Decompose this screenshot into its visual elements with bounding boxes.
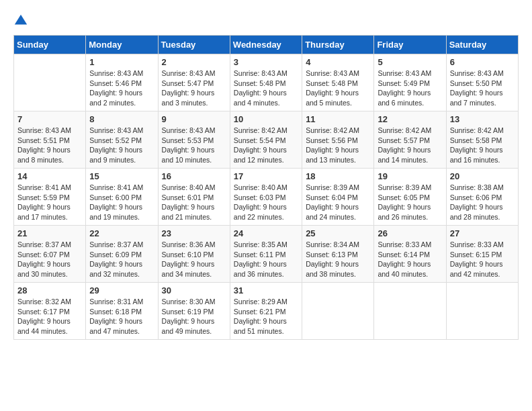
day-number: 24 bbox=[234, 228, 298, 238]
day-info: Sunrise: 8:42 AMSunset: 5:54 PMDaylight:… bbox=[234, 126, 298, 165]
day-number: 14 bbox=[17, 171, 82, 181]
day-info: Sunrise: 8:35 AMSunset: 6:11 PMDaylight:… bbox=[234, 240, 298, 279]
day-number: 22 bbox=[89, 228, 154, 238]
calendar-cell: 22Sunrise: 8:37 AMSunset: 6:09 PMDayligh… bbox=[86, 226, 158, 283]
calendar-cell: 13Sunrise: 8:42 AMSunset: 5:58 PMDayligh… bbox=[446, 111, 518, 169]
calendar-week-row: 14Sunrise: 8:41 AMSunset: 5:59 PMDayligh… bbox=[14, 169, 519, 226]
day-info: Sunrise: 8:43 AMSunset: 5:52 PMDaylight:… bbox=[89, 126, 154, 165]
day-info: Sunrise: 8:43 AMSunset: 5:48 PMDaylight:… bbox=[306, 68, 370, 108]
calendar-cell: 5Sunrise: 8:43 AMSunset: 5:49 PMDaylight… bbox=[374, 54, 446, 111]
day-number: 18 bbox=[306, 171, 370, 181]
day-number: 29 bbox=[89, 285, 154, 295]
calendar-cell: 9Sunrise: 8:43 AMSunset: 5:53 PMDaylight… bbox=[158, 111, 230, 169]
day-number: 15 bbox=[89, 171, 154, 181]
col-header-friday: Friday bbox=[374, 36, 446, 54]
day-number: 30 bbox=[162, 285, 226, 295]
day-info: Sunrise: 8:30 AMSunset: 6:19 PMDaylight:… bbox=[162, 297, 226, 336]
calendar-cell: 19Sunrise: 8:39 AMSunset: 6:05 PMDayligh… bbox=[374, 169, 446, 226]
day-info: Sunrise: 8:36 AMSunset: 6:10 PMDaylight:… bbox=[162, 240, 226, 279]
calendar-cell: 4Sunrise: 8:43 AMSunset: 5:48 PMDaylight… bbox=[302, 54, 374, 111]
day-info: Sunrise: 8:29 AMSunset: 6:21 PMDaylight:… bbox=[234, 297, 298, 336]
page-header bbox=[13, 13, 519, 28]
calendar-cell: 29Sunrise: 8:31 AMSunset: 6:18 PMDayligh… bbox=[86, 283, 158, 340]
header-row: SundayMondayTuesdayWednesdayThursdayFrid… bbox=[14, 36, 519, 54]
day-info: Sunrise: 8:38 AMSunset: 6:06 PMDaylight:… bbox=[450, 183, 515, 222]
col-header-wednesday: Wednesday bbox=[230, 36, 302, 54]
day-number: 13 bbox=[450, 114, 515, 124]
calendar-week-row: 28Sunrise: 8:32 AMSunset: 6:17 PMDayligh… bbox=[14, 283, 519, 340]
calendar-cell: 15Sunrise: 8:41 AMSunset: 6:00 PMDayligh… bbox=[86, 169, 158, 226]
calendar-cell: 14Sunrise: 8:41 AMSunset: 5:59 PMDayligh… bbox=[14, 169, 86, 226]
calendar-cell: 6Sunrise: 8:43 AMSunset: 5:50 PMDaylight… bbox=[446, 54, 518, 111]
day-info: Sunrise: 8:33 AMSunset: 6:14 PMDaylight:… bbox=[378, 240, 442, 279]
day-number: 16 bbox=[162, 171, 226, 181]
day-number: 9 bbox=[162, 114, 226, 124]
calendar-cell: 12Sunrise: 8:42 AMSunset: 5:57 PMDayligh… bbox=[374, 111, 446, 169]
day-number: 17 bbox=[234, 171, 298, 181]
day-number: 8 bbox=[89, 114, 154, 124]
calendar-table: SundayMondayTuesdayWednesdayThursdayFrid… bbox=[13, 35, 519, 340]
day-number: 11 bbox=[306, 114, 370, 124]
calendar-cell: 23Sunrise: 8:36 AMSunset: 6:10 PMDayligh… bbox=[158, 226, 230, 283]
day-info: Sunrise: 8:34 AMSunset: 6:13 PMDaylight:… bbox=[306, 240, 370, 279]
calendar-cell: 11Sunrise: 8:42 AMSunset: 5:56 PMDayligh… bbox=[302, 111, 374, 169]
day-info: Sunrise: 8:43 AMSunset: 5:49 PMDaylight:… bbox=[378, 68, 442, 108]
calendar-cell bbox=[14, 54, 86, 111]
logo bbox=[13, 13, 31, 28]
day-info: Sunrise: 8:32 AMSunset: 6:17 PMDaylight:… bbox=[17, 297, 82, 336]
col-header-thursday: Thursday bbox=[302, 36, 374, 54]
day-number: 3 bbox=[234, 57, 298, 67]
day-number: 5 bbox=[378, 57, 442, 67]
col-header-tuesday: Tuesday bbox=[158, 36, 230, 54]
day-info: Sunrise: 8:42 AMSunset: 5:56 PMDaylight:… bbox=[306, 126, 370, 165]
calendar-cell: 28Sunrise: 8:32 AMSunset: 6:17 PMDayligh… bbox=[14, 283, 86, 340]
calendar-cell: 17Sunrise: 8:40 AMSunset: 6:03 PMDayligh… bbox=[230, 169, 302, 226]
calendar-cell: 1Sunrise: 8:43 AMSunset: 5:46 PMDaylight… bbox=[86, 54, 158, 111]
day-number: 4 bbox=[306, 57, 370, 67]
calendar-week-row: 21Sunrise: 8:37 AMSunset: 6:07 PMDayligh… bbox=[14, 226, 519, 283]
day-number: 21 bbox=[17, 228, 82, 238]
calendar-cell: 7Sunrise: 8:43 AMSunset: 5:51 PMDaylight… bbox=[14, 111, 86, 169]
day-number: 28 bbox=[17, 285, 82, 295]
day-number: 25 bbox=[306, 228, 370, 238]
day-number: 31 bbox=[234, 285, 298, 295]
general-blue-icon bbox=[13, 13, 28, 28]
day-info: Sunrise: 8:31 AMSunset: 6:18 PMDaylight:… bbox=[89, 297, 154, 336]
day-info: Sunrise: 8:43 AMSunset: 5:46 PMDaylight:… bbox=[89, 68, 154, 108]
day-info: Sunrise: 8:40 AMSunset: 6:01 PMDaylight:… bbox=[162, 183, 226, 222]
day-number: 10 bbox=[234, 114, 298, 124]
day-number: 2 bbox=[162, 57, 226, 67]
calendar-cell: 21Sunrise: 8:37 AMSunset: 6:07 PMDayligh… bbox=[14, 226, 86, 283]
calendar-cell: 27Sunrise: 8:33 AMSunset: 6:15 PMDayligh… bbox=[446, 226, 518, 283]
day-number: 12 bbox=[378, 114, 442, 124]
day-info: Sunrise: 8:37 AMSunset: 6:07 PMDaylight:… bbox=[17, 240, 82, 279]
day-info: Sunrise: 8:42 AMSunset: 5:57 PMDaylight:… bbox=[378, 126, 442, 165]
calendar-cell: 8Sunrise: 8:43 AMSunset: 5:52 PMDaylight… bbox=[86, 111, 158, 169]
day-info: Sunrise: 8:43 AMSunset: 5:48 PMDaylight:… bbox=[234, 68, 298, 108]
day-number: 19 bbox=[378, 171, 442, 181]
day-info: Sunrise: 8:39 AMSunset: 6:04 PMDaylight:… bbox=[306, 183, 370, 222]
day-info: Sunrise: 8:43 AMSunset: 5:53 PMDaylight:… bbox=[162, 126, 226, 165]
day-number: 20 bbox=[450, 171, 515, 181]
calendar-cell: 26Sunrise: 8:33 AMSunset: 6:14 PMDayligh… bbox=[374, 226, 446, 283]
calendar-cell: 31Sunrise: 8:29 AMSunset: 6:21 PMDayligh… bbox=[230, 283, 302, 340]
calendar-cell: 16Sunrise: 8:40 AMSunset: 6:01 PMDayligh… bbox=[158, 169, 230, 226]
calendar-cell: 3Sunrise: 8:43 AMSunset: 5:48 PMDaylight… bbox=[230, 54, 302, 111]
calendar-cell bbox=[302, 283, 374, 340]
calendar-cell: 24Sunrise: 8:35 AMSunset: 6:11 PMDayligh… bbox=[230, 226, 302, 283]
calendar-cell bbox=[374, 283, 446, 340]
day-number: 6 bbox=[450, 57, 515, 67]
day-info: Sunrise: 8:40 AMSunset: 6:03 PMDaylight:… bbox=[234, 183, 298, 222]
day-number: 1 bbox=[89, 57, 154, 67]
calendar-cell: 20Sunrise: 8:38 AMSunset: 6:06 PMDayligh… bbox=[446, 169, 518, 226]
day-number: 23 bbox=[162, 228, 226, 238]
day-number: 26 bbox=[378, 228, 442, 238]
svg-marker-0 bbox=[15, 15, 27, 25]
col-header-saturday: Saturday bbox=[446, 36, 518, 54]
day-number: 27 bbox=[450, 228, 515, 238]
calendar-cell: 10Sunrise: 8:42 AMSunset: 5:54 PMDayligh… bbox=[230, 111, 302, 169]
day-info: Sunrise: 8:33 AMSunset: 6:15 PMDaylight:… bbox=[450, 240, 515, 279]
col-header-sunday: Sunday bbox=[14, 36, 86, 54]
calendar-cell: 2Sunrise: 8:43 AMSunset: 5:47 PMDaylight… bbox=[158, 54, 230, 111]
day-info: Sunrise: 8:43 AMSunset: 5:47 PMDaylight:… bbox=[162, 68, 226, 108]
